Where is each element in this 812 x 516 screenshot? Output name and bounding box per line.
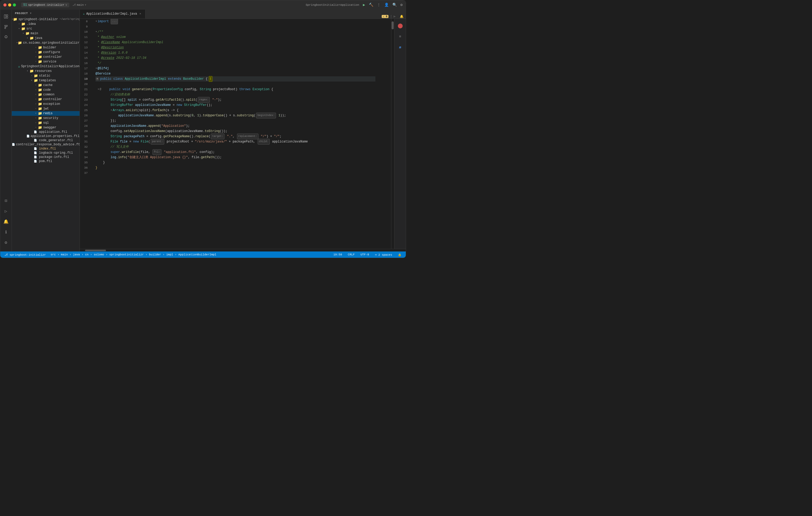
h-scrollbar-thumb[interactable]	[85, 250, 106, 251]
code-line-13: * @Description	[95, 45, 375, 50]
more-icon[interactable]: ⋮	[377, 3, 381, 7]
tree-item-application-properties-ftl[interactable]: 📄 application.properties.ftl	[12, 134, 80, 138]
folder-arrow: ›	[34, 89, 38, 91]
extensions-icon[interactable]	[1, 33, 11, 42]
bookmarks-icon[interactable]: ≡	[396, 32, 405, 41]
tab-actions: ⚠ 6 ⋮ ⊢	[382, 14, 398, 19]
svg-rect-2	[6, 17, 8, 18]
tree-item-controller[interactable]: › 📁 controller	[12, 55, 80, 59]
tree-item-cache[interactable]: › 📁 cache	[12, 83, 80, 88]
structure-icon[interactable]: m	[396, 43, 405, 52]
folder-label: .idea	[26, 22, 36, 26]
scrollbar-thumb[interactable]	[392, 22, 394, 29]
code-line-32: // 写入文件	[95, 144, 375, 150]
tree-item-controller-advice-ftl[interactable]: 📄 controller_response_body_advice.ftl	[12, 143, 80, 147]
code-area[interactable]: ▾ import ... ▾ /** * @author solom	[92, 19, 391, 249]
app-name[interactable]: SpringbootInitializrApplication	[306, 3, 359, 6]
code-line-8: ▾ import ...	[95, 19, 375, 24]
vertical-scrollbar[interactable]	[391, 19, 394, 249]
folder-label: configure	[43, 51, 60, 54]
code-line-11: * @author solom	[95, 34, 375, 40]
tree-item-configure[interactable]: › 📁 configure	[12, 50, 80, 55]
tree-item-idea[interactable]: › 📁 .idea	[12, 22, 80, 26]
readonly-icon[interactable]: 🔒	[397, 253, 403, 256]
tab-close-button[interactable]: ×	[139, 12, 142, 16]
java-file-icon: ☕	[18, 64, 20, 68]
breadcrumb[interactable]: src › main › java › cn › solomo › spring…	[50, 253, 218, 256]
title-bar-center: S1 springboot-initializr ∨ ⎇ main ∨	[21, 3, 303, 7]
folder-arrow: ›	[34, 46, 38, 49]
folder-icon: 📁	[38, 116, 42, 120]
tree-item-application-ftl[interactable]: 📄 application.ftl	[12, 130, 80, 134]
tree-item-sql[interactable]: › 📁 sql	[12, 121, 80, 125]
tree-item-templates-controller[interactable]: › 📁 controller	[12, 97, 80, 102]
tree-item-pom-ftl[interactable]: 📄 pom.ftl	[12, 159, 80, 163]
notification-icon[interactable]: 🔔	[1, 217, 11, 226]
tree-item-root[interactable]: ▾ 📁 springboot-initializr ~/work/springb…	[12, 17, 80, 22]
indentation[interactable]: ⇥ 2 spaces	[374, 253, 393, 256]
git-icon[interactable]	[1, 22, 11, 32]
folder-arrow: ›	[34, 108, 38, 110]
account-icon[interactable]: 👤	[384, 3, 389, 7]
git-icon: ⎇	[4, 253, 8, 256]
search-icon[interactable]: 🔍	[393, 3, 397, 7]
tree-item-builder[interactable]: › 📁 builder	[12, 45, 80, 50]
tree-item-service[interactable]: › 📁 service	[12, 59, 80, 64]
tree-item-app-class[interactable]: ☕ SpringbootInitializrApplication	[12, 64, 80, 69]
tree-item-security[interactable]: › 📁 security	[12, 116, 80, 121]
cursor-position[interactable]: 19:58	[332, 253, 343, 256]
tree-item-code[interactable]: › 📁 code	[12, 88, 80, 92]
tree-item-index-ftl[interactable]: 📄 index.ftl	[12, 147, 80, 151]
maximize-button[interactable]	[13, 3, 16, 6]
tree-item-resources[interactable]: ▾ 📁 resources	[12, 69, 80, 73]
tree-item-static[interactable]: › 📁 static	[12, 73, 80, 78]
branch-badge[interactable]: ⎇ main ∨	[72, 3, 86, 6]
project-badge[interactable]: S1 springboot-initializr ∨	[21, 3, 69, 7]
bell-icon[interactable]: 🔔	[400, 14, 404, 19]
run-debug-icon[interactable]: ▷	[1, 207, 11, 216]
ai-assist-icon[interactable]: ⬤	[396, 21, 405, 30]
file-label: SpringbootInitializrApplication	[21, 65, 80, 68]
tree-item-code-generator-ftl[interactable]: 📄 code_generator.ftl	[12, 138, 80, 143]
tab-label: ApplicationBuilderImpl.java	[86, 12, 137, 16]
tree-item-package[interactable]: ▾ 📁 cn.solomo.springbootinitializr	[12, 40, 80, 45]
settings-bottom-icon[interactable]: ⚙	[1, 238, 11, 247]
code-line-25: ▾ Arrays . asList (split). forEach (s ->…	[95, 108, 375, 113]
horizontal-scrollbar[interactable]	[80, 249, 406, 251]
tree-item-package-info-ftl[interactable]: 📄 package-info.ftl	[12, 155, 80, 159]
tree-item-jwt[interactable]: › 📁 jwt	[12, 107, 80, 111]
terminal-icon[interactable]: ⊡	[1, 196, 11, 206]
tree-item-main[interactable]: ▾ 📁 main	[12, 31, 80, 36]
tree-item-common[interactable]: › 📁 common	[12, 92, 80, 97]
folder-icon: 📁	[18, 41, 22, 45]
line-numbers: 8 9 10 11 12 13 14 15 16 17 18 19 20 21 …	[80, 19, 92, 249]
close-button[interactable]	[3, 3, 6, 6]
code-line-17: ▾ @Slf4j	[95, 66, 375, 71]
folder-icon: 📁	[38, 97, 42, 101]
tree-item-logback-ftl[interactable]: 📄 logback-spring.ftl	[12, 151, 80, 155]
tab-more-icon[interactable]: ⋮	[389, 14, 393, 19]
code-line-12: * @ClassName ApplicationBuilderImpl	[95, 40, 375, 45]
minimize-button[interactable]	[8, 3, 11, 6]
settings-icon[interactable]: ⚙	[401, 3, 403, 7]
indent-label: ⇥	[375, 253, 377, 256]
run-icon[interactable]: ▶	[363, 3, 365, 7]
tree-item-redis[interactable]: ▾ 📁 redis	[12, 111, 80, 116]
tab-applicationbuilderimpl[interactable]: ☕ ApplicationBuilderImpl.java ×	[80, 10, 145, 19]
tree-item-swagger[interactable]: › 📁 swagger	[12, 125, 80, 130]
tree-item-src[interactable]: ▾ 📁 src	[12, 26, 80, 31]
tab-split-icon[interactable]: ⊢	[394, 14, 396, 19]
tree-item-templates[interactable]: ▾ 📁 templates	[12, 78, 80, 83]
folder-arrow: ›	[34, 117, 38, 119]
line-ending[interactable]: CRLF	[347, 253, 356, 256]
tab-file-icon: ☕	[83, 12, 85, 16]
file-label: code_generator.ftl	[39, 139, 73, 142]
tree-item-java[interactable]: ▾ 📁 java	[12, 36, 80, 40]
encoding[interactable]: UTF-8	[359, 253, 370, 256]
tree-item-exception[interactable]: › 📁 exception	[12, 102, 80, 107]
git-branch-status[interactable]: ⎇ springboot-initializr	[3, 253, 47, 256]
explorer-icon[interactable]	[1, 12, 11, 21]
folder-arrow: ›	[34, 84, 38, 87]
info-icon[interactable]: ℹ	[1, 227, 11, 237]
build-icon[interactable]: 🔨	[369, 3, 373, 7]
